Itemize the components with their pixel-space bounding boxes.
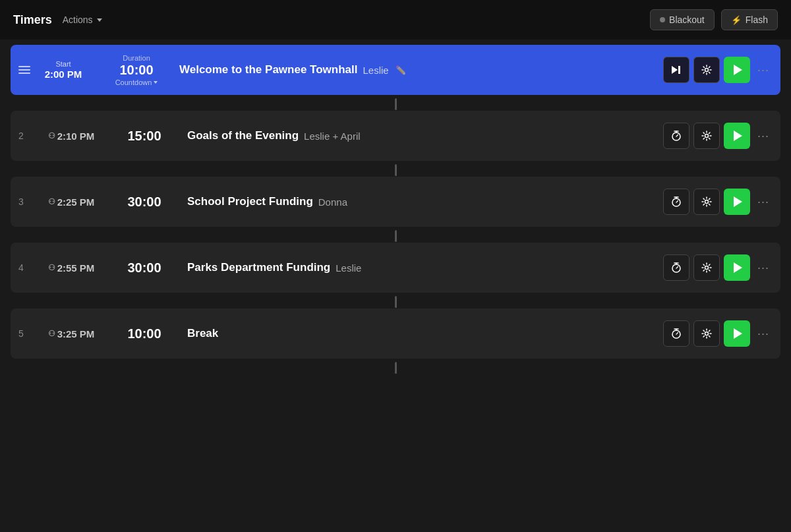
play-button-1[interactable] — [724, 57, 750, 83]
skip-button-3[interactable] — [663, 189, 689, 215]
duration-value-2: 15:00 — [127, 129, 161, 144]
more-button-4[interactable]: ··· — [754, 254, 773, 281]
duration-value-5: 10:00 — [127, 326, 161, 341]
more-button-5[interactable]: ··· — [754, 320, 773, 347]
row-number-3: 3 — [18, 196, 33, 207]
play-icon — [734, 131, 742, 141]
row-actions-2: ··· — [663, 123, 773, 149]
edit-icon[interactable]: ✏️ — [396, 65, 406, 75]
start-time-1: 2:00 PM — [45, 69, 82, 80]
row-number-2: 2 — [18, 131, 33, 141]
gear-icon — [701, 65, 712, 75]
stopwatch-icon — [670, 130, 682, 142]
connector-3 — [11, 229, 780, 243]
row-title-text-5: Break — [187, 327, 218, 340]
header: Timers Actions Blackout ⚡ Flash — [0, 0, 791, 40]
stopwatch-icon — [670, 262, 682, 274]
play-icon — [734, 262, 742, 273]
more-button-3[interactable]: ··· — [754, 189, 773, 215]
row-title-2: Goals of the Evening Leslie + April — [187, 129, 657, 142]
skip-button-5[interactable] — [663, 320, 689, 347]
settings-button-1[interactable] — [693, 57, 720, 83]
play-button-5[interactable] — [724, 320, 750, 347]
row-title-3: School Project Funding Donna — [187, 195, 657, 208]
dot-icon — [660, 17, 665, 22]
settings-button-2[interactable] — [693, 123, 720, 149]
row-actions-3: ··· — [663, 189, 773, 215]
actions-button[interactable]: Actions — [59, 12, 106, 28]
play-icon — [734, 196, 742, 207]
gear-icon — [701, 131, 712, 141]
play-icon — [734, 65, 742, 75]
chevron-down-icon — [97, 18, 102, 22]
skip-icon — [670, 64, 682, 76]
svg-marker-0 — [672, 66, 678, 74]
svg-line-15 — [676, 267, 678, 269]
settings-button-3[interactable] — [693, 189, 720, 215]
play-button-3[interactable] — [724, 189, 750, 215]
row-title-text-1: Welcome to the Pawnee Townhall — [179, 63, 357, 76]
timers-list: Start 2:00 PM Duration 10:00 Countdown W… — [0, 40, 791, 380]
play-button-2[interactable] — [724, 123, 750, 149]
more-button-1[interactable]: ··· — [754, 57, 773, 83]
row-presenter-1: Leslie — [363, 65, 388, 76]
connector-5 — [11, 361, 780, 374]
row-title-4: Parks Department Funding Leslie — [187, 261, 657, 274]
play-button-4[interactable] — [724, 254, 750, 281]
svg-point-7 — [705, 134, 709, 138]
row-title-1: Welcome to the Pawnee Townhall Leslie ✏️ — [179, 63, 657, 76]
row-actions-5: ··· — [663, 320, 773, 347]
duration-label-1: Duration — [123, 54, 150, 62]
row-actions-1: ··· — [663, 57, 773, 83]
page-title: Timers — [13, 13, 52, 27]
svg-point-22 — [705, 332, 709, 336]
stopwatch-icon — [670, 328, 682, 340]
connector-1 — [11, 98, 780, 111]
play-icon — [734, 328, 742, 339]
timer-row-1: Start 2:00 PM Duration 10:00 Countdown W… — [11, 45, 780, 95]
gear-icon — [701, 328, 712, 339]
svg-point-17 — [705, 266, 709, 270]
row-presenter-4: Leslie — [336, 262, 361, 274]
stopwatch-icon — [670, 196, 682, 208]
start-time-3: ⚇ 2:25 PM — [48, 196, 95, 208]
svg-point-12 — [705, 200, 709, 204]
gear-icon — [701, 196, 712, 207]
chevron-down-icon — [154, 81, 158, 84]
more-button-2[interactable]: ··· — [754, 123, 773, 149]
row-number-5: 5 — [18, 328, 33, 339]
link-icon: ⚇ — [48, 329, 55, 338]
svg-point-2 — [705, 69, 709, 72]
skip-button-1[interactable] — [663, 57, 689, 83]
svg-line-10 — [676, 201, 678, 203]
settings-button-5[interactable] — [693, 320, 720, 347]
row-presenter-3: Donna — [318, 196, 347, 208]
connector-2 — [11, 163, 780, 177]
row-presenter-2: Leslie + April — [304, 131, 360, 142]
start-time-4: ⚇ 2:55 PM — [48, 262, 95, 274]
connector-4 — [11, 295, 780, 309]
link-icon: ⚇ — [48, 131, 55, 140]
row-title-text-2: Goals of the Evening — [187, 129, 299, 142]
countdown-badge-1[interactable]: Countdown — [115, 78, 158, 86]
row-title-5: Break — [187, 327, 657, 340]
duration-value-3: 30:00 — [127, 194, 161, 210]
gear-icon — [701, 262, 712, 273]
flash-button[interactable]: ⚡ Flash — [721, 9, 778, 30]
start-time-2: ⚇ 2:10 PM — [48, 131, 95, 142]
blackout-button[interactable]: Blackout — [650, 9, 715, 30]
row-number-4: 4 — [18, 262, 33, 273]
link-icon: ⚇ — [48, 263, 55, 272]
svg-line-20 — [676, 333, 678, 335]
drag-handle[interactable] — [18, 66, 30, 74]
row-title-text-3: School Project Funding — [187, 195, 313, 208]
duration-value-4: 30:00 — [127, 260, 161, 276]
skip-button-4[interactable] — [663, 254, 689, 281]
settings-button-4[interactable] — [693, 254, 720, 281]
svg-line-5 — [676, 135, 678, 137]
link-icon: ⚇ — [48, 197, 55, 206]
svg-rect-1 — [678, 66, 680, 74]
row-actions-4: ··· — [663, 254, 773, 281]
skip-button-2[interactable] — [663, 123, 689, 149]
timer-row-5: 5 ⚇ 3:25 PM 10:00 Break — [11, 309, 780, 359]
